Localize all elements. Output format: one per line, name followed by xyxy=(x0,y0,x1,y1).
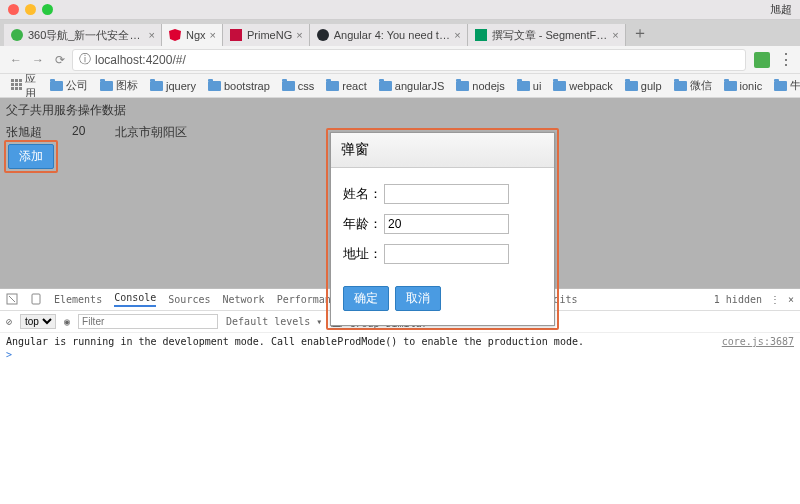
console-context-select[interactable]: top xyxy=(20,314,56,329)
addr-label: 地址： xyxy=(343,245,382,263)
folder-icon xyxy=(724,81,737,91)
browser-tab[interactable]: Angular 4: You need to impor × xyxy=(310,24,468,46)
apps-grid-icon xyxy=(11,79,22,92)
tab-close-icon[interactable]: × xyxy=(296,29,302,41)
tab-close-icon[interactable]: × xyxy=(149,29,155,41)
apps-label: 应用 xyxy=(25,74,38,98)
add-button-highlight: 添加 xyxy=(4,140,58,173)
console-levels-select[interactable]: Default levels ▾ xyxy=(226,316,322,327)
folder-icon xyxy=(674,81,687,91)
ok-button[interactable]: 确定 xyxy=(343,286,389,311)
bookmark-folder[interactable]: angularJS xyxy=(374,78,450,94)
close-window-button[interactable] xyxy=(8,4,19,15)
bookmark-folder[interactable]: jquery xyxy=(145,78,201,94)
add-button[interactable]: 添加 xyxy=(8,144,54,169)
tab-title: Angular 4: You need to impor xyxy=(334,29,451,41)
bookmark-folder[interactable]: 图标 xyxy=(95,76,143,95)
bookmark-folder[interactable]: ui xyxy=(512,78,547,94)
devtools-settings-icon[interactable]: ⋮ xyxy=(770,294,780,305)
tab-close-icon[interactable]: × xyxy=(454,29,460,41)
tab-title: 360导航_新一代安全上网导航 xyxy=(28,28,145,43)
apps-button[interactable]: 应用 xyxy=(6,74,43,98)
folder-icon xyxy=(100,81,113,91)
svg-rect-4 xyxy=(475,29,487,41)
back-button[interactable]: ← xyxy=(6,50,26,70)
console-eye-icon[interactable]: ◉ xyxy=(64,316,70,327)
svg-point-0 xyxy=(11,29,23,41)
cancel-button[interactable]: 取消 xyxy=(395,286,441,311)
bookmark-folder[interactable]: bootstrap xyxy=(203,78,275,94)
browser-tabs: 360导航_新一代安全上网导航 × Ngx × PrimeNG × Angula… xyxy=(0,20,800,46)
devtools-close-button[interactable]: × xyxy=(788,294,794,305)
bookmark-folder[interactable]: 公司 xyxy=(45,76,93,95)
addr-input[interactable] xyxy=(384,244,509,264)
bookmark-folder[interactable]: 微信 xyxy=(669,76,717,95)
bookmark-folder[interactable]: react xyxy=(321,78,371,94)
devtools-inspect-icon[interactable] xyxy=(6,293,18,307)
folder-icon xyxy=(379,81,392,91)
svg-point-3 xyxy=(317,29,329,41)
toolbar-extensions: ⋮ xyxy=(754,52,794,68)
bookmark-folder[interactable]: 牛逼的技术网站 xyxy=(769,76,800,95)
new-tab-button[interactable]: ＋ xyxy=(626,21,654,46)
console-output[interactable]: Angular is running in the development mo… xyxy=(0,333,800,504)
page-title: 父子共用服务操作数据 xyxy=(0,98,800,123)
devtools-tab-elements[interactable]: Elements xyxy=(54,294,102,305)
data-name-value: 张旭超 xyxy=(6,124,42,141)
svg-marker-1 xyxy=(169,29,181,41)
folder-icon xyxy=(326,81,339,91)
browser-tab[interactable]: 撰写文章 - SegmentFault 思否 × xyxy=(468,24,626,46)
browser-tab[interactable]: Ngx × xyxy=(162,24,223,46)
folder-icon xyxy=(625,81,638,91)
url-input[interactable] xyxy=(95,53,739,67)
forward-button[interactable]: → xyxy=(28,50,48,70)
minimize-window-button[interactable] xyxy=(25,4,36,15)
console-log-source[interactable]: core.js:3687 xyxy=(722,336,794,347)
favicon-primeng-icon xyxy=(229,28,243,42)
name-input[interactable] xyxy=(384,184,509,204)
devtools-hidden-count[interactable]: 1 hidden xyxy=(714,294,762,305)
tab-close-icon[interactable]: × xyxy=(210,29,216,41)
browser-tab[interactable]: PrimeNG × xyxy=(223,24,310,46)
data-addr-value: 北京市朝阳区 xyxy=(115,124,187,141)
devtools-tab-console[interactable]: Console xyxy=(114,292,156,307)
console-filter-input[interactable] xyxy=(78,314,218,329)
name-label: 姓名： xyxy=(343,185,382,203)
bookmark-folder[interactable]: nodejs xyxy=(451,78,509,94)
modal-footer: 确定 取消 xyxy=(331,282,554,325)
folder-icon xyxy=(50,81,63,91)
toolbar: ← → ⟳ ⓘ ⋮ xyxy=(0,46,800,74)
browser-menu-icon[interactable]: ⋮ xyxy=(778,52,794,68)
tab-title: PrimeNG xyxy=(247,29,292,41)
svg-rect-2 xyxy=(230,29,242,41)
window-chrome: 旭超 xyxy=(0,0,800,20)
profile-name[interactable]: 旭超 xyxy=(770,2,792,17)
tab-title: Ngx xyxy=(186,29,206,41)
age-input[interactable] xyxy=(384,214,509,234)
folder-icon xyxy=(774,81,787,91)
console-clear-icon[interactable]: ⊘ xyxy=(6,316,12,327)
modal-title: 弹窗 xyxy=(331,133,554,168)
console-prompt[interactable]: > xyxy=(6,349,794,360)
folder-icon xyxy=(150,81,163,91)
folder-icon xyxy=(553,81,566,91)
bookmark-folder[interactable]: gulp xyxy=(620,78,667,94)
console-log-message: Angular is running in the development mo… xyxy=(6,336,794,347)
devtools-device-icon[interactable] xyxy=(30,293,42,307)
modal-dialog: 弹窗 姓名： 年龄： 地址： 确定 取消 xyxy=(330,132,555,326)
extension-icon[interactable] xyxy=(754,52,770,68)
maximize-window-button[interactable] xyxy=(42,4,53,15)
favicon-360-icon xyxy=(10,28,24,42)
favicon-angular-icon xyxy=(168,28,182,42)
address-bar[interactable]: ⓘ xyxy=(72,49,746,71)
favicon-segmentfault-icon xyxy=(474,28,488,42)
browser-tab[interactable]: 360导航_新一代安全上网导航 × xyxy=(4,24,162,46)
bookmark-folder[interactable]: webpack xyxy=(548,78,617,94)
devtools-tab-network[interactable]: Network xyxy=(222,294,264,305)
reload-button[interactable]: ⟳ xyxy=(50,50,70,70)
bookmark-folder[interactable]: css xyxy=(277,78,320,94)
tab-close-icon[interactable]: × xyxy=(612,29,618,41)
site-info-icon[interactable]: ⓘ xyxy=(79,51,91,68)
bookmark-folder[interactable]: ionic xyxy=(719,78,768,94)
devtools-tab-sources[interactable]: Sources xyxy=(168,294,210,305)
